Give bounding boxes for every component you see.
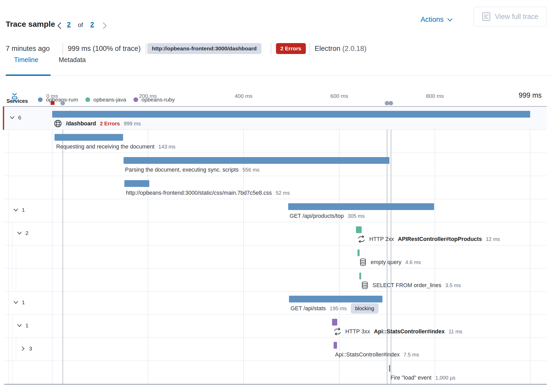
waterfall-row[interactable]: 3Api::StatsController#index7.5 ms bbox=[4, 338, 547, 361]
waterfall-item-label[interactable]: Parsing the document, executing sync. sc… bbox=[125, 165, 260, 174]
waterfall-item-label[interactable]: Requesting and receiving the document143… bbox=[56, 142, 175, 151]
indent-guide bbox=[9, 222, 9, 245]
indent-guide bbox=[9, 153, 9, 176]
waterfall-item-label[interactable]: http://opbeans-frontend:3000/static/css/… bbox=[126, 188, 290, 198]
child-count: 2 bbox=[25, 230, 29, 236]
waterfall-item-label[interactable]: GET /api/stats195 msblocking bbox=[291, 304, 379, 313]
waterfall-item-label[interactable]: /dashboard2 Errors999 ms bbox=[54, 119, 141, 128]
agent-mark-icon[interactable] bbox=[389, 101, 393, 105]
axis-tick-label: 400 ms bbox=[235, 93, 253, 99]
trace-sample-view: Trace sample 2 of 2 Actions View full tr… bbox=[0, 0, 553, 392]
chevron-down-icon bbox=[13, 207, 19, 213]
span-name: SELECT FROM order_lines bbox=[373, 282, 441, 289]
waterfall-bar[interactable] bbox=[359, 273, 361, 279]
waterfall-bar[interactable] bbox=[124, 157, 390, 164]
chart-bottom-border bbox=[4, 384, 547, 385]
span-name: Parsing the document, executing sync. sc… bbox=[125, 167, 239, 173]
waterfall-item-label[interactable]: HTTP 3xxApi::StatsController#index11 ms bbox=[334, 327, 462, 336]
waterfall-row[interactable]: Requesting and receiving the document143… bbox=[4, 130, 547, 153]
chevron-right-icon bbox=[20, 346, 26, 352]
span-duration: 11 ms bbox=[449, 329, 462, 335]
error-mark-icon[interactable] bbox=[51, 101, 55, 105]
indent-guide bbox=[12, 268, 12, 291]
axis-tick-label: 800 ms bbox=[426, 93, 444, 99]
waterfall-row[interactable]: http://opbeans-frontend:3000/static/css/… bbox=[4, 176, 547, 199]
span-duration: 3.5 ms bbox=[445, 282, 461, 288]
indent-guide bbox=[12, 361, 12, 384]
row-toggle-button[interactable]: 3 bbox=[20, 346, 32, 352]
span-name: Requesting and receiving the document bbox=[56, 144, 154, 150]
waterfall-bar[interactable] bbox=[389, 365, 390, 372]
indent-guide bbox=[9, 268, 9, 291]
waterfall-row[interactable]: 1GET /api/stats195 msblocking bbox=[4, 292, 547, 315]
child-count: 1 bbox=[25, 322, 29, 329]
span-duration: 305 ms bbox=[348, 213, 365, 219]
database-icon bbox=[361, 281, 369, 289]
waterfall-item-label[interactable]: empty query4.6 ms bbox=[359, 258, 421, 267]
indent-guide bbox=[12, 245, 12, 268]
indent-guide bbox=[9, 199, 9, 222]
span-duration: 4.6 ms bbox=[405, 259, 421, 265]
waterfall-item-label[interactable]: HTTP 2xxAPIRestController#topProducts12 … bbox=[358, 234, 500, 244]
span-name: GET /api/products/top bbox=[290, 213, 344, 219]
indent-guide bbox=[16, 245, 16, 268]
chevron-down-icon bbox=[16, 230, 23, 236]
row-toggle-button[interactable]: 6 bbox=[9, 114, 21, 121]
transaction-icon bbox=[358, 235, 365, 243]
indent-guide bbox=[12, 315, 12, 337]
span-duration: 12 ms bbox=[486, 236, 500, 242]
span-duration: 195 ms bbox=[330, 306, 347, 312]
database-icon bbox=[359, 258, 367, 266]
axis-tick-label: 200 ms bbox=[139, 93, 157, 99]
waterfall-bar[interactable] bbox=[356, 226, 362, 233]
waterfall-row[interactable]: 1HTTP 3xxApi::StatsController#index11 ms bbox=[4, 315, 547, 338]
indent-guide bbox=[9, 245, 9, 268]
row-toggle-button[interactable]: 1 bbox=[16, 322, 29, 329]
waterfall-row[interactable]: empty query4.6 ms bbox=[4, 245, 547, 268]
waterfall-bar[interactable] bbox=[124, 180, 149, 187]
waterfall-bar[interactable] bbox=[55, 134, 123, 141]
waterfall-bar[interactable] bbox=[358, 249, 360, 256]
waterfall-bar[interactable] bbox=[289, 296, 382, 302]
waterfall-item-label[interactable]: Fire "load" event1,000 µs bbox=[390, 373, 455, 382]
indent-guide bbox=[9, 315, 9, 337]
span-name: Api::StatsController#index bbox=[374, 328, 444, 335]
waterfall-chart: 0 ms200 ms400 ms600 ms800 ms999 ms6/dash… bbox=[0, 0, 553, 392]
waterfall-row[interactable]: Parsing the document, executing sync. sc… bbox=[4, 153, 547, 176]
indent-guide bbox=[9, 292, 9, 314]
span-name: GET /api/stats bbox=[291, 305, 326, 312]
waterfall-row[interactable]: 1GET /api/products/top305 ms bbox=[4, 199, 547, 222]
waterfall-bar[interactable] bbox=[52, 111, 530, 118]
waterfall-row[interactable]: Fire "load" event1,000 µs bbox=[4, 361, 547, 384]
waterfall-row[interactable]: 6/dashboard2 Errors999 ms bbox=[4, 107, 547, 130]
axis-tick-label: 999 ms bbox=[519, 91, 542, 99]
chevron-down-icon bbox=[13, 299, 19, 306]
waterfall-row[interactable]: SELECT FROM order_lines3.5 ms bbox=[4, 268, 547, 292]
waterfall-bar[interactable] bbox=[332, 319, 337, 326]
row-toggle-button[interactable]: 1 bbox=[13, 299, 25, 306]
row-error-label: 2 Errors bbox=[100, 121, 120, 127]
indent-guide bbox=[12, 338, 12, 361]
child-count: 1 bbox=[22, 207, 25, 213]
span-duration: 7.5 ms bbox=[403, 352, 419, 358]
waterfall-row[interactable]: 2HTTP 2xxAPIRestController#topProducts12… bbox=[4, 222, 547, 245]
indent-guide bbox=[16, 338, 16, 361]
indent-guide bbox=[9, 338, 9, 361]
waterfall-item-label[interactable]: Api::StatsController#index7.5 ms bbox=[335, 350, 419, 359]
waterfall-item-label[interactable]: GET /api/products/top305 ms bbox=[290, 211, 365, 221]
indent-guide bbox=[9, 361, 9, 384]
child-count: 6 bbox=[18, 114, 21, 121]
span-name: http://opbeans-frontend:3000/static/css/… bbox=[126, 190, 272, 196]
child-count: 3 bbox=[29, 346, 32, 352]
span-name: APIRestController#topProducts bbox=[398, 236, 482, 242]
agent-mark-icon[interactable] bbox=[60, 101, 65, 105]
axis-tick-label: 0 ms bbox=[46, 93, 58, 99]
span-name: Api::StatsController#index bbox=[335, 352, 400, 358]
waterfall-bar[interactable] bbox=[288, 203, 434, 210]
blocking-badge: blocking bbox=[351, 303, 379, 314]
waterfall-bar[interactable] bbox=[334, 342, 337, 349]
axis-tick-label: 600 ms bbox=[330, 93, 348, 99]
row-toggle-button[interactable]: 1 bbox=[13, 207, 25, 213]
row-toggle-button[interactable]: 2 bbox=[16, 230, 29, 236]
waterfall-item-label[interactable]: SELECT FROM order_lines3.5 ms bbox=[361, 281, 461, 290]
